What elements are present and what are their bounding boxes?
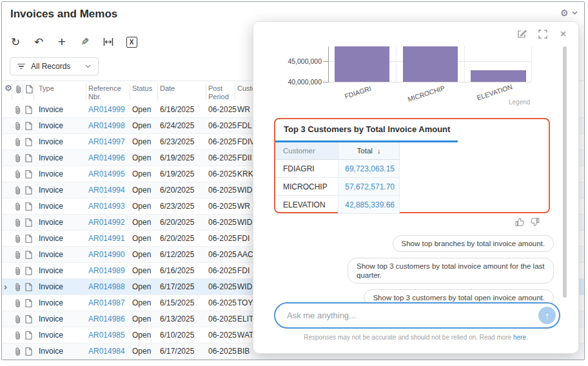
cell-status: Open <box>132 153 151 162</box>
note-doc-icon[interactable] <box>25 235 32 245</box>
cell-reference[interactable]: AR014991 <box>88 234 125 243</box>
cell-period: 06-2025 <box>208 186 237 195</box>
cell-status: Open <box>132 314 151 323</box>
cell-customer: WID <box>237 186 252 195</box>
cell-customer: FDI <box>237 234 250 243</box>
cell-reference[interactable]: AR014988 <box>88 282 125 291</box>
cell-customer: WR <box>237 105 250 114</box>
note-doc-icon[interactable] <box>25 267 32 277</box>
note-doc-icon[interactable] <box>25 331 32 342</box>
cell-reference[interactable]: AR014998 <box>88 121 125 130</box>
cell-date: 6/10/2025 <box>160 331 194 340</box>
paperclip-icon[interactable] <box>14 138 21 148</box>
card-cell-total[interactable]: 69,723,063.15 <box>338 160 400 177</box>
cell-customer: WID <box>237 218 252 227</box>
paperclip-icon[interactable] <box>14 267 21 277</box>
paperclip-icon[interactable] <box>14 170 21 180</box>
add-record-button[interactable]: + <box>55 35 69 49</box>
cell-customer: BIB <box>237 347 250 356</box>
note-doc-icon[interactable] <box>25 218 32 229</box>
close-icon[interactable]: × <box>558 29 568 39</box>
cell-date: 6/23/2025 <box>160 137 194 146</box>
column-header-type[interactable]: Type <box>39 84 54 93</box>
note-doc-icon[interactable] <box>25 154 32 164</box>
edit-record-button[interactable]: ✎ <box>78 35 92 49</box>
suggestion-bubble[interactable]: Show top branches by total invoice amoun… <box>393 235 554 252</box>
refresh-button[interactable]: ↻ <box>8 35 23 49</box>
paperclip-icon[interactable] <box>14 235 21 245</box>
new-chat-compose-icon[interactable] <box>517 29 527 39</box>
note-doc-icon[interactable] <box>25 138 32 148</box>
note-doc-icon[interactable] <box>25 202 32 213</box>
note-doc-icon[interactable] <box>25 283 32 293</box>
note-doc-icon[interactable] <box>25 186 32 197</box>
export-to-excel-button[interactable]: X <box>124 35 139 49</box>
card-cell-total[interactable]: 57,672,571.70 <box>338 178 400 195</box>
send-button[interactable]: ↑ <box>538 307 556 324</box>
disclaimer-here-link[interactable]: here <box>513 334 526 341</box>
card-column-customer[interactable]: Customer <box>275 142 338 159</box>
filter-selector[interactable]: All Records <box>10 57 99 75</box>
column-settings-gear-icon[interactable]: ⚙ <box>5 84 12 92</box>
thumbs-up-icon[interactable] <box>515 217 525 227</box>
ai-assistant-panel: ‹ Chats AI Assistant × 45,000,000 40,000… <box>253 21 579 354</box>
cell-reference[interactable]: AR014997 <box>88 137 125 146</box>
cell-reference[interactable]: AR014990 <box>88 250 125 259</box>
column-header-reference[interactable]: Reference Nbr. <box>88 84 128 101</box>
column-header-period[interactable]: Post Period <box>208 84 234 101</box>
disclaimer-text: Responses may not be accurate and should… <box>304 334 513 341</box>
panel-scrollbar-thumb[interactable] <box>563 46 567 298</box>
paperclip-icon[interactable] <box>14 299 21 309</box>
column-header-date[interactable]: Date <box>160 84 175 93</box>
cell-reference[interactable]: AR014986 <box>88 314 125 323</box>
thumbs-down-icon[interactable] <box>530 217 540 227</box>
fit-width-button[interactable] <box>101 35 115 49</box>
x-category-microchip: MICROCHIP <box>395 80 458 107</box>
notes-column-doc-icon[interactable] <box>26 85 33 95</box>
page-settings-button[interactable]: ⚙ <box>560 8 578 17</box>
ask-input[interactable] <box>274 302 560 329</box>
note-doc-icon[interactable] <box>25 299 32 309</box>
cell-reference[interactable]: AR014995 <box>88 169 125 178</box>
cell-reference[interactable]: AR014984 <box>88 347 125 356</box>
expand-fullscreen-icon[interactable] <box>538 29 547 39</box>
gear-icon: ⚙ <box>560 8 569 17</box>
paperclip-icon[interactable] <box>14 347 21 358</box>
cell-reference[interactable]: AR014996 <box>88 153 125 162</box>
paperclip-icon[interactable] <box>14 283 21 293</box>
paperclip-icon[interactable] <box>14 154 21 164</box>
cell-date: 6/16/2025 <box>160 105 194 114</box>
cell-type: Invoice <box>39 266 63 275</box>
note-doc-icon[interactable] <box>25 347 32 358</box>
attachments-column-paperclip-icon[interactable] <box>15 85 22 95</box>
cell-period: 06-2025 <box>208 137 237 146</box>
cell-reference[interactable]: AR014999 <box>88 105 125 114</box>
cell-date: 6/20/2025 <box>160 218 194 227</box>
cell-status: Open <box>132 218 151 227</box>
cell-reference[interactable]: AR014992 <box>88 218 125 227</box>
cell-reference[interactable]: AR014987 <box>88 298 125 307</box>
note-doc-icon[interactable] <box>25 122 32 132</box>
cell-reference[interactable]: AR014993 <box>88 202 125 211</box>
suggestion-bubble[interactable]: Show top 3 customers by total invoice am… <box>348 258 554 284</box>
paperclip-icon[interactable] <box>14 122 21 132</box>
sort-desc-icon: ↓ <box>377 147 381 155</box>
cell-reference[interactable]: AR014985 <box>88 331 125 340</box>
paperclip-icon[interactable] <box>14 202 21 213</box>
cell-reference[interactable]: AR014989 <box>88 266 125 275</box>
paperclip-icon[interactable] <box>14 331 21 342</box>
card-cell-total[interactable]: 42,885,339.66 <box>338 196 400 213</box>
paperclip-icon[interactable] <box>14 186 21 197</box>
paperclip-icon[interactable] <box>14 315 21 325</box>
note-doc-icon[interactable] <box>25 315 32 325</box>
undo-button[interactable]: ↶ <box>32 35 46 49</box>
note-doc-icon[interactable] <box>25 170 32 180</box>
column-header-status[interactable]: Status <box>132 84 152 93</box>
note-doc-icon[interactable] <box>25 106 32 116</box>
note-doc-icon[interactable] <box>25 251 32 261</box>
cell-reference[interactable]: AR014994 <box>88 186 125 195</box>
card-column-total[interactable]: Total ↓ <box>338 142 400 159</box>
paperclip-icon[interactable] <box>14 218 21 229</box>
paperclip-icon[interactable] <box>14 106 21 116</box>
paperclip-icon[interactable] <box>14 251 21 261</box>
